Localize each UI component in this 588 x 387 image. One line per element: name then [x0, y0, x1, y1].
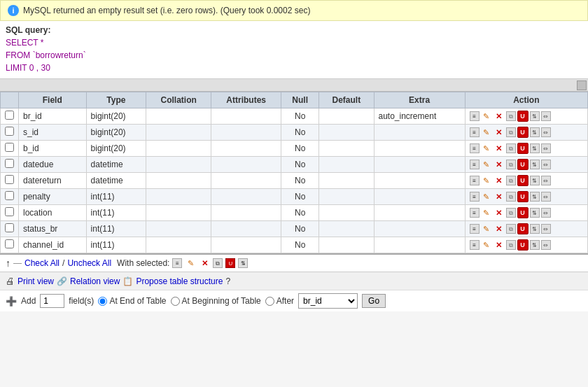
after-label[interactable]: After — [265, 296, 294, 306]
bottom-sort-icon[interactable]: ⇅ — [238, 258, 248, 268]
at-beginning-radio[interactable] — [171, 297, 180, 306]
action-edit-icon[interactable]: ✎ — [481, 223, 492, 234]
action-edit-icon[interactable]: ✎ — [481, 143, 492, 154]
action-unique-icon[interactable]: U — [517, 111, 528, 122]
row-checkbox-cell[interactable] — [1, 125, 19, 141]
action-unique-icon[interactable]: U — [517, 159, 528, 170]
action-move-icon[interactable]: ⇔ — [541, 160, 551, 169]
row-checkbox-cell[interactable] — [1, 205, 19, 221]
row-checkbox[interactable] — [5, 239, 14, 248]
action-edit-icon[interactable]: ✎ — [481, 111, 492, 122]
action-move-icon[interactable]: ⇔ — [541, 127, 551, 137]
action-delete-icon[interactable]: ✕ — [493, 239, 505, 251]
row-checkbox[interactable] — [5, 111, 14, 120]
row-checkbox[interactable] — [5, 191, 14, 200]
action-sort-icon[interactable]: ⇅ — [530, 192, 540, 202]
action-copy-icon[interactable]: ⧉ — [506, 192, 516, 202]
action-browse-icon[interactable]: ≡ — [470, 224, 479, 234]
action-copy-icon[interactable]: ⧉ — [506, 160, 516, 169]
action-move-icon[interactable]: ⇔ — [541, 240, 551, 250]
row-checkbox[interactable] — [5, 207, 14, 216]
action-browse-icon[interactable]: ≡ — [470, 111, 479, 121]
bottom-u-icon[interactable]: U — [225, 258, 235, 268]
action-browse-icon[interactable]: ≡ — [470, 143, 479, 153]
action-browse-icon[interactable]: ≡ — [470, 160, 479, 169]
bottom-copy-icon[interactable]: ⧉ — [213, 258, 223, 268]
action-unique-icon[interactable]: U — [517, 207, 528, 218]
after-radio[interactable] — [265, 297, 274, 306]
action-move-icon[interactable]: ⇔ — [541, 224, 551, 234]
action-delete-icon[interactable]: ✕ — [493, 143, 505, 154]
check-all-link[interactable]: Check All — [24, 258, 59, 268]
action-copy-icon[interactable]: ⧉ — [506, 176, 516, 185]
action-sort-icon[interactable]: ⇅ — [530, 143, 540, 153]
bottom-delete-icon[interactable]: ✕ — [199, 258, 210, 269]
action-copy-icon[interactable]: ⧉ — [506, 208, 516, 218]
action-edit-icon[interactable]: ✎ — [481, 127, 492, 138]
row-checkbox-cell[interactable] — [1, 221, 19, 237]
action-browse-icon[interactable]: ≡ — [470, 192, 479, 202]
action-sort-icon[interactable]: ⇅ — [530, 176, 540, 185]
action-copy-icon[interactable]: ⧉ — [506, 224, 516, 234]
row-checkbox[interactable] — [5, 159, 14, 168]
row-checkbox[interactable] — [5, 223, 14, 232]
action-delete-icon[interactable]: ✕ — [493, 207, 505, 218]
action-delete-icon[interactable]: ✕ — [493, 175, 505, 186]
action-copy-icon[interactable]: ⧉ — [506, 240, 516, 250]
action-unique-icon[interactable]: U — [517, 191, 528, 202]
action-edit-icon[interactable]: ✎ — [481, 159, 492, 170]
bottom-browse-icon[interactable]: ≡ — [172, 258, 182, 268]
row-checkbox-cell[interactable] — [1, 173, 19, 189]
go-button[interactable]: Go — [362, 294, 386, 308]
action-unique-icon[interactable]: U — [517, 239, 528, 251]
action-unique-icon[interactable]: U — [517, 175, 528, 186]
action-unique-icon[interactable]: U — [517, 143, 528, 154]
propose-structure-link[interactable]: Propose table structure — [136, 276, 223, 286]
action-browse-icon[interactable]: ≡ — [470, 208, 479, 218]
row-checkbox-cell[interactable] — [1, 141, 19, 157]
action-sort-icon[interactable]: ⇅ — [530, 127, 540, 137]
row-checkbox[interactable] — [5, 127, 14, 136]
after-field-select[interactable]: br_ids_idb_iddateduedatereturnpenaltyloc… — [298, 293, 358, 309]
print-view-link[interactable]: Print view — [18, 276, 54, 286]
action-sort-icon[interactable]: ⇅ — [530, 160, 540, 169]
action-move-icon[interactable]: ⇔ — [541, 143, 551, 153]
action-delete-icon[interactable]: ✕ — [493, 191, 505, 202]
action-edit-icon[interactable]: ✎ — [481, 207, 492, 218]
action-move-icon[interactable]: ⇔ — [541, 176, 551, 185]
action-unique-icon[interactable]: U — [517, 127, 528, 138]
row-checkbox[interactable] — [5, 143, 14, 152]
row-checkbox-cell[interactable] — [1, 108, 19, 125]
action-move-icon[interactable]: ⇔ — [541, 208, 551, 218]
action-delete-icon[interactable]: ✕ — [493, 127, 505, 138]
row-checkbox-cell[interactable] — [1, 189, 19, 205]
action-edit-icon[interactable]: ✎ — [481, 175, 492, 186]
at-end-radio[interactable] — [98, 297, 107, 306]
action-browse-icon[interactable]: ≡ — [470, 240, 479, 250]
uncheck-all-link[interactable]: Uncheck All — [67, 258, 111, 268]
relation-view-link[interactable]: Relation view — [70, 276, 120, 286]
action-sort-icon[interactable]: ⇅ — [530, 208, 540, 218]
action-copy-icon[interactable]: ⧉ — [506, 127, 516, 137]
action-delete-icon[interactable]: ✕ — [493, 223, 505, 234]
action-unique-icon[interactable]: U — [517, 223, 528, 234]
action-move-icon[interactable]: ⇔ — [541, 111, 551, 121]
action-delete-icon[interactable]: ✕ — [493, 111, 505, 122]
action-move-icon[interactable]: ⇔ — [541, 192, 551, 202]
action-delete-icon[interactable]: ✕ — [493, 159, 505, 170]
action-browse-icon[interactable]: ≡ — [470, 127, 479, 137]
action-browse-icon[interactable]: ≡ — [470, 176, 479, 185]
scroll-handle[interactable] — [577, 80, 587, 90]
add-fields-input[interactable] — [40, 294, 64, 308]
at-end-label[interactable]: At End of Table — [98, 296, 166, 306]
action-edit-icon[interactable]: ✎ — [481, 239, 492, 251]
action-edit-icon[interactable]: ✎ — [481, 191, 492, 202]
action-sort-icon[interactable]: ⇅ — [530, 240, 540, 250]
action-copy-icon[interactable]: ⧉ — [506, 111, 516, 121]
row-checkbox-cell[interactable] — [1, 237, 19, 253]
at-beginning-label[interactable]: At Beginning of Table — [171, 296, 261, 306]
row-checkbox[interactable] — [5, 175, 14, 184]
bottom-edit-icon[interactable]: ✎ — [185, 258, 196, 269]
action-sort-icon[interactable]: ⇅ — [530, 224, 540, 234]
action-sort-icon[interactable]: ⇅ — [530, 111, 540, 121]
